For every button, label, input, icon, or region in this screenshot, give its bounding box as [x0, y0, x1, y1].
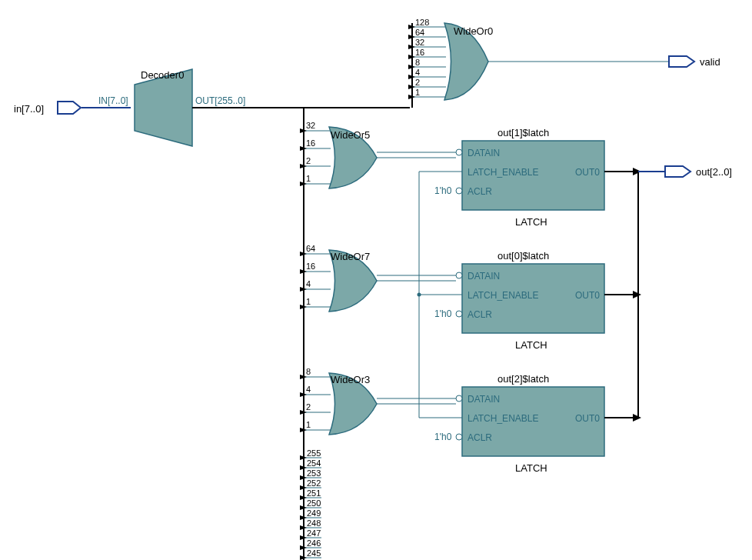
svg-point-48 [456, 188, 462, 194]
wideor7-title: WideOr7 [331, 251, 370, 262]
svg-text:OUT0: OUT0 [575, 290, 600, 301]
input-port-label: in[7..0] [14, 103, 44, 115]
svg-text:LATCH_ENABLE: LATCH_ENABLE [468, 290, 538, 301]
svg-text:1'h0: 1'h0 [434, 185, 452, 196]
svg-text:32: 32 [306, 121, 315, 130]
svg-text:245: 245 [307, 548, 321, 558]
wideor5-title: WideOr5 [331, 129, 370, 141]
latch2-title: out[2]$latch [497, 373, 549, 385]
svg-text:2: 2 [306, 156, 311, 165]
wideor5: 32 16 2 1 WideOr5 [300, 121, 377, 188]
svg-point-103 [418, 293, 421, 297]
svg-text:OUT0: OUT0 [575, 167, 600, 178]
svg-point-52 [456, 149, 462, 155]
svg-text:OUT0: OUT0 [575, 413, 600, 424]
svg-text:2: 2 [306, 402, 311, 412]
svg-text:252: 252 [307, 478, 321, 488]
input-port: in[7..0] [14, 102, 81, 115]
svg-text:DATAIN: DATAIN [468, 148, 500, 158]
svg-text:4: 4 [306, 279, 311, 288]
latch0: out[0]$latch DATAIN LATCH_ENABLE ACLR OU… [434, 250, 604, 351]
svg-text:2: 2 [415, 78, 420, 87]
svg-text:LATCH: LATCH [515, 216, 547, 228]
svg-text:64: 64 [306, 244, 315, 253]
valid-port: valid [669, 56, 720, 68]
decoder-in-label: IN[7..0] [98, 95, 128, 106]
svg-text:1: 1 [415, 88, 420, 97]
decoder-title: Decoder0 [141, 69, 184, 81]
decoder-out-label: OUT[255..0] [195, 95, 245, 106]
latch0-title: out[0]$latch [497, 250, 549, 262]
svg-text:128: 128 [415, 18, 429, 27]
svg-text:1'h0: 1'h0 [434, 432, 452, 442]
svg-text:8: 8 [306, 367, 311, 376]
svg-text:1: 1 [306, 174, 311, 183]
svg-text:64: 64 [415, 28, 424, 37]
svg-text:4: 4 [306, 385, 311, 394]
svg-text:LATCH: LATCH [515, 339, 547, 351]
wideor0-title: WideOr0 [454, 25, 493, 37]
svg-marker-1 [135, 69, 192, 146]
svg-text:32: 32 [415, 38, 424, 47]
svg-marker-109 [633, 414, 641, 422]
svg-text:ACLR: ACLR [468, 186, 492, 197]
svg-text:253: 253 [307, 468, 321, 478]
svg-text:247: 247 [307, 528, 321, 538]
svg-text:1'h0: 1'h0 [434, 308, 452, 319]
svg-text:1: 1 [306, 420, 311, 429]
svg-text:16: 16 [306, 138, 315, 148]
svg-text:LATCH_ENABLE: LATCH_ENABLE [468, 167, 538, 178]
svg-text:DATAIN: DATAIN [468, 271, 500, 282]
svg-text:250: 250 [307, 498, 321, 508]
svg-text:246: 246 [307, 538, 321, 548]
svg-text:249: 249 [307, 508, 321, 518]
svg-text:DATAIN: DATAIN [468, 394, 500, 405]
svg-text:LATCH: LATCH [515, 462, 547, 474]
wideor3-title: WideOr3 [331, 374, 370, 385]
svg-text:255: 255 [307, 448, 321, 458]
svg-text:254: 254 [307, 458, 321, 468]
svg-marker-107 [633, 291, 641, 298]
svg-point-98 [456, 395, 462, 402]
svg-text:16: 16 [306, 262, 315, 271]
svg-point-94 [456, 434, 462, 440]
svg-text:LATCH_ENABLE: LATCH_ENABLE [468, 413, 538, 424]
svg-text:ACLR: ACLR [468, 309, 492, 320]
output-port: out[2..0] [665, 166, 732, 178]
svg-text:251: 251 [307, 488, 321, 498]
svg-text:4: 4 [415, 68, 420, 77]
schematic-diagram: in[7..0] Decoder0 IN[7..0] OUT[255..0] 1… [0, 0, 752, 560]
svg-text:1: 1 [306, 297, 311, 306]
wideor0: 128 64 32 16 8 4 2 1 WideOr0 [408, 18, 493, 108]
svg-text:8: 8 [415, 58, 420, 67]
wideor7: 64 16 4 1 WideOr7 [300, 244, 377, 312]
latch1-title: out[1]$latch [497, 127, 549, 138]
latch1: out[1]$latch DATAIN LATCH_ENABLE ACLR OU… [434, 127, 604, 228]
svg-text:248: 248 [307, 518, 321, 528]
svg-text:16: 16 [415, 48, 424, 57]
valid-port-label: valid [700, 56, 720, 68]
svg-text:ACLR: ACLR [468, 432, 492, 443]
output-port-label: out[2..0] [696, 166, 732, 178]
svg-point-75 [456, 272, 462, 278]
svg-point-71 [456, 311, 462, 317]
wideor3: 8 4 2 1 WideOr3 [300, 367, 377, 435]
latch2: out[2]$latch DATAIN LATCH_ENABLE ACLR OU… [434, 373, 604, 474]
